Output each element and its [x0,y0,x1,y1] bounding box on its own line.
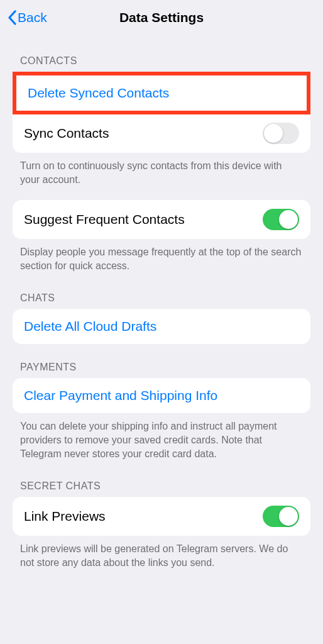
secret-chats-group: Link Previews [13,497,310,536]
chats-group: Delete All Cloud Drafts [13,309,310,344]
suggest-frequent-footer: Display people you message frequently at… [0,239,323,275]
payments-group: Clear Payment and Shipping Info [13,378,310,413]
link-previews-label: Link Previews [24,509,106,524]
section-header-chats: CHATS [0,275,323,309]
toggle-knob [279,507,298,526]
suggest-frequent-row[interactable]: Suggest Frequent Contacts [13,200,310,239]
payments-footer: You can delete your shipping info and in… [0,413,323,463]
toggle-knob [264,124,283,143]
back-button[interactable]: Back [5,8,50,28]
delete-cloud-drafts-button[interactable]: Delete All Cloud Drafts [13,309,310,344]
section-header-contacts: CONTACTS [0,38,323,72]
suggest-group: Suggest Frequent Contacts [13,200,310,239]
sync-contacts-toggle[interactable] [263,123,299,144]
back-label: Back [18,10,47,25]
clear-payment-info-label: Clear Payment and Shipping Info [24,388,217,403]
delete-cloud-drafts-label: Delete All Cloud Drafts [24,319,156,334]
delete-synced-contacts-label: Delete Synced Contacts [28,86,169,101]
highlight-delete-synced: Delete Synced Contacts [13,72,310,114]
contacts-group: Sync Contacts [13,114,310,153]
sync-contacts-row[interactable]: Sync Contacts [13,114,310,153]
clear-payment-info-button[interactable]: Clear Payment and Shipping Info [13,378,310,413]
link-previews-footer: Link previews will be generated on Teleg… [0,536,323,572]
suggest-frequent-label: Suggest Frequent Contacts [24,212,185,227]
delete-synced-contacts-button[interactable]: Delete Synced Contacts [16,75,307,111]
chevron-left-icon [8,10,16,25]
link-previews-toggle[interactable] [263,506,299,527]
navbar: Back Data Settings [0,0,323,35]
suggest-frequent-toggle[interactable] [263,209,299,230]
section-header-secret: SECRET CHATS [0,463,323,497]
toggle-knob [279,210,298,229]
section-header-payments: PAYMENTS [0,344,323,378]
sync-contacts-label: Sync Contacts [24,126,109,141]
link-previews-row[interactable]: Link Previews [13,497,310,536]
sync-contacts-footer: Turn on to continuously sync contacts fr… [0,153,323,189]
